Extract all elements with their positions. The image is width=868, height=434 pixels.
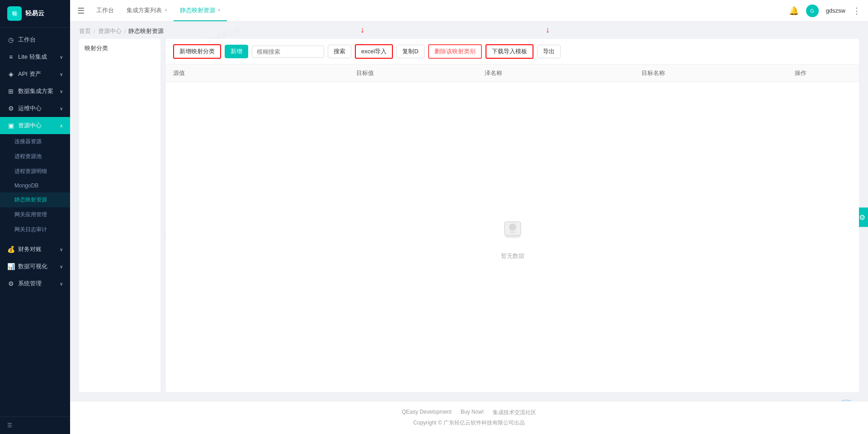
lite-icon: ≡	[7, 53, 14, 61]
footer-copyright: Copyright © 广东轻亿云软件科技有限公司出品	[77, 419, 861, 427]
data-viz-label: 数据可视化	[18, 262, 47, 271]
tab-workbench[interactable]: 工作台	[90, 0, 120, 21]
sidebar-item-workbench[interactable]: ◷ 工作台	[0, 31, 70, 48]
search-button[interactable]: 搜索	[328, 45, 351, 58]
sidebar-item-label: 资源中心	[18, 121, 42, 130]
chevron-down-icon: ∨	[60, 247, 63, 252]
footer-links: QEasy Development Buy Now! 集成技术交流社区	[77, 409, 861, 416]
add-button[interactable]: 新增	[225, 45, 248, 58]
data-icon: ⊞	[7, 88, 14, 95]
sidebar-item-sys-admin[interactable]: ⚙ 系统管理 ∨	[0, 275, 70, 292]
sidebar-item-process-pool[interactable]: 进程资源池	[0, 149, 70, 164]
topbar-right: 🔔 G gdszsw ⋮	[789, 5, 861, 17]
user-avatar[interactable]: G	[806, 5, 819, 17]
add-category-button[interactable]: 新增映射分类	[173, 44, 221, 59]
footer-link-community[interactable]: 集成技术交流社区	[493, 409, 536, 416]
toolbar: 新增映射分类 新增 搜索 excel导入 复制D 删除该映射类别 下载导入模板 …	[166, 39, 859, 65]
sidebar-item-mongodb[interactable]: MongoDB	[0, 179, 70, 192]
connector-label: 连接器资源	[14, 138, 42, 145]
sidebar-item-data-viz[interactable]: 📊 数据可视化 ∨	[0, 258, 70, 275]
finance-label: 财务对账	[18, 245, 42, 253]
logo-text: 轻易云	[25, 9, 44, 18]
process-pool-label: 进程资源池	[14, 153, 42, 160]
finance-icon: 💰	[7, 246, 14, 253]
sidebar-item-gateway-log[interactable]: 网关日志审计	[0, 222, 70, 237]
breadcrumb-current: 静态映射资源	[128, 27, 164, 35]
excel-import-button[interactable]: excel导入	[355, 44, 393, 59]
sidebar-item-label: 工作台	[18, 36, 36, 44]
table-header: 源值 目标值 泽名称 目标名称 操作	[166, 65, 859, 82]
svg-rect-3	[510, 232, 515, 233]
page-body: 映射分类 支持表格导入 ↓ 表格导入需先下载模板 ↓	[70, 39, 868, 401]
workbench-icon: ◷	[7, 36, 14, 43]
sidebar-nav: ◷ 工作台 ≡ Lite 轻集成 ∨ ◈ API 资产 ∨ ⊞ 数据集成方案 ∨…	[0, 28, 70, 416]
sidebar-item-label: 数据集成方案	[18, 87, 53, 95]
sidebar-item-process-detail[interactable]: 进程资源明细	[0, 164, 70, 179]
col-source-name: 泽名称	[429, 69, 557, 77]
empty-icon	[499, 215, 526, 247]
svg-point-2	[509, 224, 516, 231]
sidebar-item-resource[interactable]: ▣ 资源中心 ∧	[0, 117, 70, 134]
chevron-up-icon: ∧	[60, 123, 63, 128]
chevron-down-icon: ∨	[60, 281, 63, 286]
sidebar-item-finance[interactable]: 💰 财务对账 ∨	[0, 241, 70, 258]
footer-link-buy[interactable]: Buy Now!	[461, 409, 484, 416]
col-target: 目标值	[301, 69, 429, 77]
gateway-log-label: 网关日志审计	[14, 226, 47, 233]
col-action: 操作	[749, 69, 852, 77]
chevron-down-icon: ∨	[60, 89, 63, 94]
sidebar-collapse[interactable]: ☰	[0, 416, 70, 434]
sidebar-item-data-integration[interactable]: ⊞ 数据集成方案 ∨	[0, 83, 70, 100]
topbar: ☰ 工作台 集成方案列表 × 静态映射资源 × 🔔 G gdszsw ⋮	[70, 0, 868, 22]
sidebar-item-lite[interactable]: ≡ Lite 轻集成 ∨	[0, 48, 70, 65]
menu-icon[interactable]: ☰	[77, 6, 85, 16]
collapse-icon: ☰	[7, 422, 12, 429]
download-template-button[interactable]: 下载导入模板	[486, 44, 533, 59]
api-icon: ◈	[7, 70, 14, 78]
footer: QEasy Development Buy Now! 集成技术交流社区 Copy…	[70, 401, 868, 434]
export-button[interactable]: 导出	[537, 45, 561, 58]
main: ☰ 工作台 集成方案列表 × 静态映射资源 × 🔔 G gdszsw ⋮	[70, 0, 868, 434]
col-source: 源值	[173, 69, 301, 77]
copy-id-button[interactable]: 复制D	[396, 45, 424, 58]
tab-label: 静态映射资源	[180, 6, 215, 14]
content: 广东轻亿云软件科技有限公司 广东轻亿云软件科技有限公司 广东轻亿云软件科技有限公…	[70, 22, 868, 434]
sidebar-item-gateway-app[interactable]: 网关应用管理	[0, 207, 70, 222]
search-input[interactable]	[252, 46, 324, 58]
tab-static-mapping[interactable]: 静态映射资源 ×	[174, 0, 227, 21]
tab-label: 集成方案列表	[127, 6, 162, 14]
ops-icon: ⚙	[7, 105, 14, 112]
breadcrumb-resource[interactable]: 资源中心	[98, 27, 122, 35]
username[interactable]: gdszsw	[826, 7, 845, 14]
sidebar-item-api[interactable]: ◈ API 资产 ∨	[0, 65, 70, 83]
category-header: 映射分类	[85, 44, 155, 52]
tab-label: 工作台	[96, 6, 114, 14]
chevron-down-icon: ∨	[60, 264, 63, 269]
col-target-name: 目标名称	[557, 69, 750, 77]
data-viz-icon: 📊	[7, 263, 14, 270]
more-icon[interactable]: ⋮	[853, 6, 861, 16]
sidebar-item-label: Lite 轻集成	[18, 53, 47, 61]
logo: 轻 轻易云	[0, 0, 70, 28]
tab-close-icon[interactable]: ×	[218, 8, 221, 13]
sys-admin-icon: ⚙	[7, 280, 14, 287]
logo-icon-text: 轻	[12, 10, 17, 17]
breadcrumb-home[interactable]: 首页	[79, 27, 91, 35]
process-detail-label: 进程资源明细	[14, 168, 47, 175]
breadcrumb-sep: /	[124, 28, 126, 35]
avatar-letter: G	[810, 8, 814, 14]
empty-state: 暂无数据	[166, 82, 859, 392]
tab-integration-list[interactable]: 集成方案列表 ×	[120, 0, 174, 21]
logo-icon: 轻	[7, 6, 22, 21]
sidebar: 轻 轻易云 ◷ 工作台 ≡ Lite 轻集成 ∨ ◈ API 资产 ∨ ⊞ 数据…	[0, 0, 70, 434]
chevron-down-icon: ∨	[60, 106, 63, 111]
empty-text: 暂无数据	[501, 252, 524, 260]
delete-category-button[interactable]: 删除该映射类别	[428, 44, 482, 59]
sidebar-item-static-mapping[interactable]: 静态映射资源	[0, 192, 70, 207]
sidebar-item-connector[interactable]: 连接器资源	[0, 134, 70, 149]
footer-link-qeasy[interactable]: QEasy Development	[402, 409, 452, 416]
sidebar-item-label: API 资产	[18, 70, 41, 78]
tab-close-icon[interactable]: ×	[165, 8, 167, 13]
sidebar-item-ops[interactable]: ⚙ 运维中心 ∨	[0, 100, 70, 117]
bell-icon[interactable]: 🔔	[789, 6, 799, 16]
